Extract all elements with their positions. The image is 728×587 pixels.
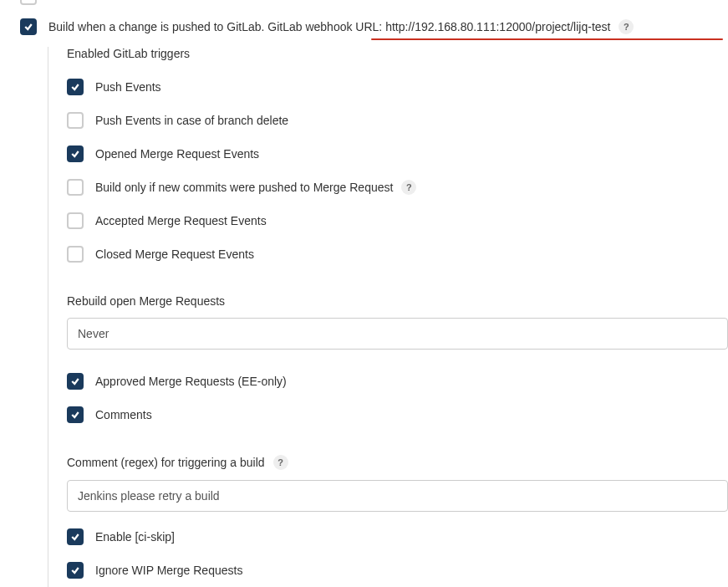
- enabled-triggers-title: Enabled GitLab triggers: [48, 47, 728, 60]
- comments-checkbox[interactable]: [67, 406, 84, 423]
- rebuild-mr-label: Rebuild open Merge Requests: [67, 294, 225, 308]
- help-icon[interactable]: ?: [273, 455, 288, 470]
- ignore-wip-checkbox[interactable]: [67, 562, 84, 579]
- approved-mr-label: Approved Merge Requests (EE-only): [95, 375, 287, 388]
- push-events-label: Push Events: [95, 80, 161, 94]
- push-events-checkbox[interactable]: [67, 79, 84, 95]
- push-branch-delete-checkbox[interactable]: [67, 112, 84, 129]
- help-icon[interactable]: ?: [401, 180, 416, 195]
- comments-label: Comments: [95, 408, 152, 421]
- ci-skip-label: Enable [ci-skip]: [95, 530, 175, 544]
- accepted-mr-checkbox[interactable]: [67, 212, 84, 229]
- rebuild-mr-select[interactable]: [67, 318, 728, 350]
- comment-regex-input[interactable]: [67, 480, 728, 512]
- gitlab-build-trigger-label: Build when a change is pushed to GitLab.…: [48, 20, 610, 33]
- opened-mr-label: Opened Merge Request Events: [95, 147, 259, 161]
- opened-mr-checkbox[interactable]: [67, 145, 84, 162]
- build-new-commits-label: Build only if new commits were pushed to…: [95, 181, 393, 194]
- push-branch-delete-label: Push Events in case of branch delete: [95, 114, 288, 127]
- build-new-commits-checkbox[interactable]: [67, 179, 84, 196]
- approved-mr-checkbox[interactable]: [67, 373, 84, 390]
- help-icon[interactable]: ?: [619, 19, 634, 34]
- partial-checkbox-top[interactable]: [20, 0, 37, 5]
- ci-skip-checkbox[interactable]: [67, 528, 84, 545]
- accepted-mr-label: Accepted Merge Request Events: [95, 214, 267, 227]
- gitlab-build-trigger-checkbox[interactable]: [20, 18, 37, 35]
- closed-mr-label: Closed Merge Request Events: [95, 248, 254, 261]
- comment-regex-label: Comment (regex) for triggering a build: [67, 456, 265, 469]
- closed-mr-checkbox[interactable]: [67, 246, 84, 263]
- ignore-wip-label: Ignore WIP Merge Requests: [95, 564, 242, 577]
